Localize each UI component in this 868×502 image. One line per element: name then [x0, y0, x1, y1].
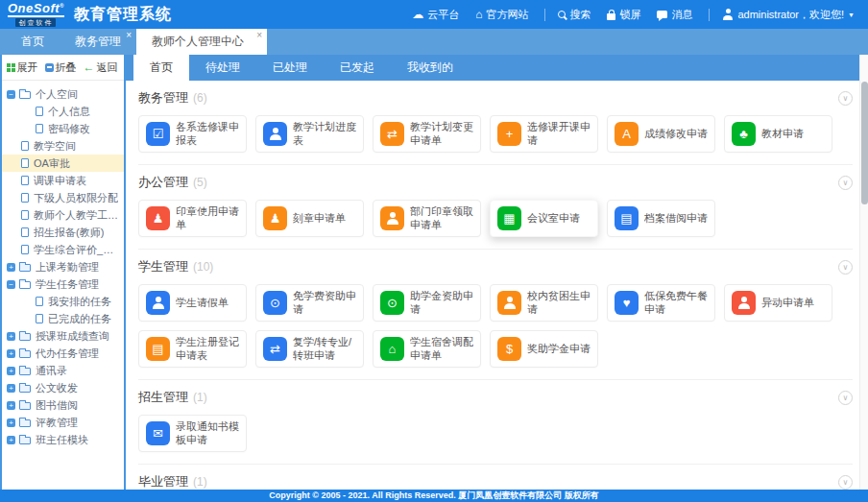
- tree-item[interactable]: +上课考勤管理: [2, 258, 124, 275]
- scrollbar-thumb[interactable]: [861, 82, 868, 204]
- tree-item[interactable]: −个人空间: [2, 85, 124, 103]
- section-collapse-button[interactable]: ∨: [838, 91, 853, 106]
- tree-item[interactable]: −学生任务管理: [2, 275, 124, 293]
- expand-node-icon[interactable]: +: [7, 436, 15, 444]
- official-site-link[interactable]: ⌂官方网站: [475, 8, 532, 22]
- tab-item[interactable]: 待处理: [189, 55, 256, 81]
- folder-icon: [19, 281, 31, 289]
- app-card[interactable]: ▤档案借阅申请: [607, 200, 715, 237]
- expand-node-icon[interactable]: +: [7, 418, 15, 427]
- app-card[interactable]: ⇄复学/转专业/转班申请: [255, 330, 364, 368]
- expand-node-icon[interactable]: +: [7, 349, 15, 358]
- app-card[interactable]: ♟刻章申请单: [255, 200, 364, 237]
- app-card[interactable]: +选修课开课申请: [490, 115, 598, 153]
- app-card-label: 异动申请单: [761, 297, 814, 310]
- sidebar-toolbar: 展开 折叠 ←返回: [2, 55, 124, 81]
- expand-node-icon[interactable]: +: [7, 384, 15, 393]
- calendar-icon: ▦: [497, 206, 521, 230]
- tree-item[interactable]: 调课申请表: [2, 172, 124, 189]
- app-card[interactable]: 学生请假单: [138, 284, 247, 322]
- app-card[interactable]: 部门印章领取申请单: [373, 200, 481, 237]
- window-tab[interactable]: 教务管理×: [60, 29, 136, 55]
- expand-node-icon[interactable]: +: [7, 401, 15, 410]
- message-icon: [657, 11, 667, 18]
- app-card[interactable]: 异动申请单: [724, 284, 832, 322]
- expand-label: 展开: [17, 60, 38, 75]
- tree-item-label: 授课班成绩查询: [36, 329, 109, 344]
- back-button[interactable]: ←返回: [84, 60, 120, 75]
- app-card[interactable]: ✉录取通知书模板申请: [138, 415, 247, 452]
- sidebar-tree: −个人空间个人信息密码修改教学空间OA审批调课申请表下级人员权限分配教师个人教学…: [2, 81, 124, 490]
- collapse-all-button[interactable]: 折叠: [45, 60, 79, 75]
- section-collapse-button[interactable]: ∨: [838, 260, 853, 275]
- main-content: 教务管理(6)∨☑各系选修课申报表教学计划进度表⇄教学计划变更申请单+选修课开课…: [126, 81, 866, 490]
- tab-item[interactable]: 我收到的: [391, 55, 470, 81]
- tree-item[interactable]: 已完成的任务: [2, 310, 124, 327]
- app-card[interactable]: $奖助学金申请: [490, 330, 598, 368]
- tree-item[interactable]: +公文收发: [2, 379, 124, 396]
- tree-item[interactable]: 教师个人教学工作量登记表: [2, 206, 124, 224]
- app-card-label: 各系选修课申报表: [176, 121, 239, 148]
- close-icon[interactable]: ×: [256, 31, 262, 40]
- app-card[interactable]: ⌂学生宿舍调配申请单: [373, 330, 481, 368]
- window-tab[interactable]: 首页: [6, 29, 60, 55]
- collapse-node-icon[interactable]: −: [7, 90, 15, 99]
- tree-item-label: 学生任务管理: [36, 277, 99, 292]
- tree-item[interactable]: +授课班成绩查询: [2, 327, 124, 345]
- section-collapse-button[interactable]: ∨: [838, 475, 853, 490]
- tree-item[interactable]: 教学空间: [2, 137, 124, 155]
- lock-screen-button[interactable]: 锁屏: [607, 8, 644, 22]
- tree-item[interactable]: 个人信息: [2, 103, 124, 120]
- app-card[interactable]: ▤学生注册登记申请表: [138, 330, 247, 368]
- messages-button[interactable]: 消息: [657, 8, 696, 22]
- tree-item[interactable]: +班主任模块: [2, 431, 124, 448]
- logo-subtitle: 创壹软件: [15, 18, 56, 27]
- folder-icon: [19, 368, 31, 375]
- tree-item[interactable]: 学生综合评价_学科评价: [2, 241, 124, 258]
- app-card[interactable]: ♟印章使用申请单: [138, 200, 247, 237]
- tree-item[interactable]: 下级人员权限分配: [2, 189, 124, 206]
- collapse-node-icon[interactable]: −: [7, 280, 15, 289]
- app-card[interactable]: ⊙助学金资助申请: [373, 284, 481, 322]
- cloud-platform-link[interactable]: ☁云平台: [412, 8, 463, 22]
- window-tab[interactable]: 教师个人管理中心×: [136, 29, 267, 55]
- search-button[interactable]: 搜索: [558, 8, 594, 22]
- app-card[interactable]: A成绩修改申请: [607, 115, 715, 153]
- app-card[interactable]: ▦会议室申请: [490, 200, 598, 237]
- body: 展开 折叠 ←返回 −个人空间个人信息密码修改教学空间OA审批调课申请表下级人员…: [0, 55, 868, 490]
- user-menu[interactable]: administrator，欢迎您!▼: [722, 8, 858, 22]
- vertical-scrollbar[interactable]: [859, 55, 868, 490]
- section-collapse-button[interactable]: ∨: [838, 176, 853, 190]
- tree-item[interactable]: +代办任务管理: [2, 345, 124, 362]
- tree-item[interactable]: OA审批: [2, 155, 124, 172]
- grade-icon: A: [615, 122, 639, 146]
- section-collapse-button[interactable]: ∨: [838, 391, 853, 405]
- app-card[interactable]: 校内贫困生申请: [490, 284, 598, 322]
- app-card[interactable]: ⇄教学计划变更申请单: [373, 115, 481, 153]
- tab-item[interactable]: 已处理: [256, 55, 324, 81]
- expand-all-button[interactable]: 展开: [7, 60, 40, 75]
- app-card-label: 低保免费午餐申请: [644, 290, 708, 317]
- app-card[interactable]: ♥低保免费午餐申请: [607, 284, 715, 322]
- folder-icon: [19, 333, 31, 341]
- expand-node-icon[interactable]: +: [7, 263, 15, 272]
- window-tab-label: 首页: [21, 34, 44, 50]
- app-card-label: 部门印章领取申请单: [410, 205, 473, 232]
- tree-item[interactable]: 密码修改: [2, 120, 124, 137]
- tree-item[interactable]: 我安排的任务: [2, 293, 124, 310]
- tab-item[interactable]: 已发起: [324, 55, 391, 81]
- tree-item[interactable]: +图书借阅: [2, 396, 124, 414]
- expand-node-icon[interactable]: +: [7, 367, 15, 375]
- app-card[interactable]: 教学计划进度表: [255, 115, 364, 153]
- tree-item[interactable]: +通讯录: [2, 362, 124, 379]
- tab-active[interactable]: 首页: [133, 55, 189, 81]
- app-card[interactable]: ⊙免学费资助申请: [255, 284, 364, 322]
- app-card[interactable]: ☑各系选修课申报表: [138, 115, 247, 153]
- tree-item[interactable]: +评教管理: [2, 414, 124, 431]
- person-glyph: [386, 212, 398, 225]
- medal-icon: ⊙: [380, 291, 404, 315]
- app-card[interactable]: ♣教材申请: [724, 115, 832, 153]
- tree-item[interactable]: 招生报备(教师): [2, 224, 124, 241]
- expand-node-icon[interactable]: +: [7, 332, 15, 341]
- close-icon[interactable]: ×: [126, 31, 132, 40]
